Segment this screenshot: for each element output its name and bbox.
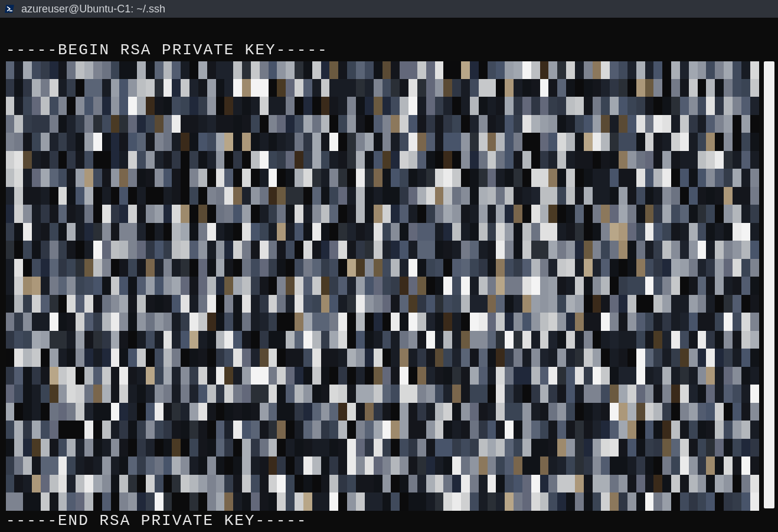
key-body-redacted — [6, 61, 759, 511]
redaction-mosaic — [6, 61, 759, 511]
key-end-marker: -----END RSA PRIVATE KEY----- — [0, 512, 307, 530]
key-begin-marker: -----BEGIN RSA PRIVATE KEY----- — [0, 41, 328, 59]
window-titlebar: azureuser@Ubuntu-C1: ~/.ssh — [0, 0, 778, 18]
vertical-scrollbar[interactable] — [764, 61, 774, 508]
powershell-icon — [5, 4, 15, 14]
terminal-viewport[interactable]: -----BEGIN RSA PRIVATE KEY----- -----END… — [0, 18, 778, 532]
window-title: azureuser@Ubuntu-C1: ~/.ssh — [21, 3, 165, 15]
